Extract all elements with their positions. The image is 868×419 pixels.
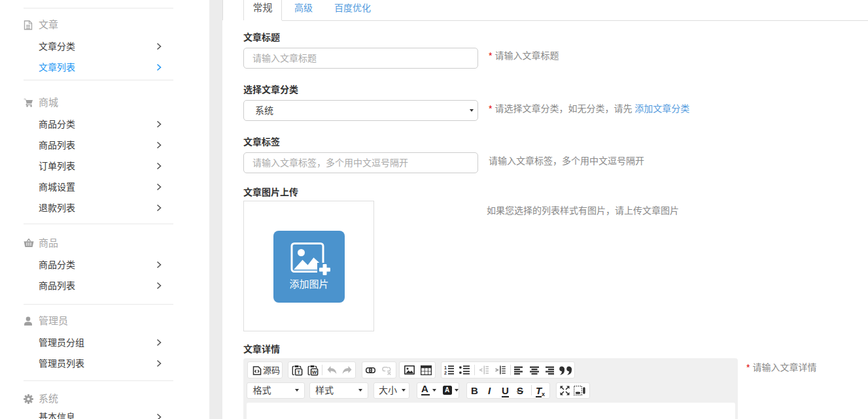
svg-text:T: T <box>297 369 300 375</box>
svg-text:1: 1 <box>444 365 447 370</box>
svg-text:W: W <box>312 369 317 375</box>
svg-text:2: 2 <box>444 371 447 375</box>
